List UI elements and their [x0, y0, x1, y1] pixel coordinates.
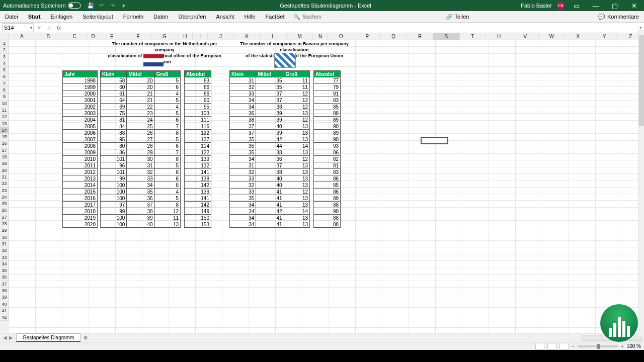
- search-box[interactable]: 🔍 Suchen: [293, 14, 321, 20]
- worksheet-grid[interactable]: ABCDEFGHIJKLMNOPQRSTUVWXYZ 1234567891011…: [0, 33, 644, 333]
- vertical-scrollbar[interactable]: [638, 30, 644, 336]
- column-header[interactable]: R: [407, 33, 433, 40]
- row-header[interactable]: 42: [0, 314, 9, 321]
- column-header[interactable]: J: [208, 33, 234, 40]
- row-header[interactable]: 37: [0, 281, 9, 288]
- user-avatar[interactable]: FB: [557, 2, 565, 10]
- tab-ansicht[interactable]: Ansicht: [211, 11, 239, 22]
- view-page-break-button[interactable]: [559, 343, 569, 350]
- row-header[interactable]: 12: [0, 114, 9, 120]
- column-header[interactable]: H: [178, 33, 193, 40]
- row-header[interactable]: 5: [0, 67, 9, 73]
- ribbon-mode-icon[interactable]: ▭: [570, 2, 584, 10]
- row-header[interactable]: 35: [0, 267, 9, 274]
- column-header[interactable]: T: [460, 33, 486, 40]
- row-header[interactable]: 18: [0, 154, 9, 160]
- column-header[interactable]: V: [512, 33, 538, 40]
- column-header[interactable]: P: [354, 33, 380, 40]
- row-header[interactable]: 6: [0, 73, 9, 80]
- select-all-corner[interactable]: [0, 33, 9, 40]
- undo-icon[interactable]: ↶: [98, 2, 105, 9]
- row-header[interactable]: 30: [0, 234, 9, 241]
- row-header[interactable]: 1: [0, 40, 9, 47]
- column-header[interactable]: X: [565, 33, 591, 40]
- column-header[interactable]: K: [234, 33, 260, 40]
- column-header[interactable]: O: [328, 33, 354, 40]
- tab-nav-next-icon[interactable]: ▶: [9, 335, 13, 340]
- column-header[interactable]: M: [287, 33, 313, 40]
- row-header[interactable]: 39: [0, 294, 9, 301]
- column-header[interactable]: U: [486, 33, 512, 40]
- tab-datei[interactable]: Datei: [0, 11, 23, 22]
- row-header[interactable]: 10: [0, 101, 9, 107]
- row-header[interactable]: 11: [0, 107, 9, 114]
- row-header[interactable]: 33: [0, 254, 9, 261]
- row-header[interactable]: 25: [0, 201, 9, 207]
- column-header[interactable]: Q: [381, 33, 407, 40]
- qat-customize-icon[interactable]: ▾: [120, 2, 127, 9]
- column-header[interactable]: D: [88, 33, 99, 40]
- share-button[interactable]: 🔗 Teilen: [441, 14, 474, 20]
- comments-button[interactable]: 💬 Kommentare: [593, 14, 644, 20]
- zoom-out-button[interactable]: −: [572, 343, 575, 349]
- row-header[interactable]: 34: [0, 261, 9, 267]
- new-sheet-button[interactable]: ⊕: [80, 335, 91, 340]
- maximize-button[interactable]: ▢: [608, 2, 622, 10]
- column-header[interactable]: I: [193, 33, 208, 40]
- enter-formula-icon[interactable]: ✓: [44, 25, 54, 31]
- tab-start[interactable]: Start: [23, 11, 46, 22]
- row-header[interactable]: 8: [0, 87, 9, 94]
- row-header[interactable]: 13: [0, 121, 9, 127]
- row-header[interactable]: 40: [0, 301, 9, 308]
- tab-formeln[interactable]: Formeln: [118, 11, 148, 22]
- row-header[interactable]: 3: [0, 54, 9, 60]
- tab-nav-prev-icon[interactable]: ◀: [3, 335, 7, 340]
- row-header[interactable]: 38: [0, 288, 9, 294]
- row-header[interactable]: 21: [0, 174, 9, 180]
- tab-factset[interactable]: FactSet: [261, 11, 290, 22]
- column-header[interactable]: N: [313, 33, 328, 40]
- column-header[interactable]: L: [261, 33, 287, 40]
- row-header[interactable]: 29: [0, 227, 9, 234]
- autosave-toggle[interactable]: Automatisches Speichern: [0, 3, 84, 9]
- row-header[interactable]: 23: [0, 188, 9, 194]
- name-box[interactable]: S14: [2, 23, 34, 32]
- save-icon[interactable]: 💾: [87, 2, 94, 9]
- fx-icon[interactable]: fx: [54, 25, 64, 31]
- column-header[interactable]: G: [151, 33, 178, 40]
- cells-area[interactable]: The number of companies in the Netherlan…: [9, 40, 644, 333]
- row-header[interactable]: 27: [0, 214, 9, 221]
- sheet-tab-active[interactable]: Gestapeltes Diagramm: [16, 333, 80, 342]
- tab-einfuegen[interactable]: Einfügen: [46, 11, 77, 22]
- formula-input[interactable]: [64, 23, 637, 32]
- column-header[interactable]: C: [61, 33, 88, 40]
- tab-ueberpruefen[interactable]: Überprüfen: [173, 11, 211, 22]
- row-header[interactable]: 36: [0, 274, 9, 281]
- row-header[interactable]: 9: [0, 94, 9, 100]
- row-headers[interactable]: 1234567891011121314151617181920212223242…: [0, 40, 9, 333]
- expand-formula-bar-icon[interactable]: ▾: [637, 25, 644, 30]
- zoom-level[interactable]: 100 %: [627, 343, 641, 349]
- row-header[interactable]: 16: [0, 140, 9, 147]
- row-header[interactable]: 4: [0, 60, 9, 67]
- minimize-button[interactable]: —: [589, 2, 603, 10]
- row-header[interactable]: 20: [0, 167, 9, 174]
- close-button[interactable]: ✕: [627, 2, 641, 10]
- view-page-layout-button[interactable]: [547, 343, 556, 350]
- column-header[interactable]: E: [99, 33, 125, 40]
- tab-seitenlayout[interactable]: Seitenlayout: [77, 11, 118, 22]
- column-header[interactable]: W: [539, 33, 565, 40]
- row-header[interactable]: 22: [0, 180, 9, 187]
- row-header[interactable]: 14: [0, 127, 9, 134]
- redo-icon[interactable]: ↷: [109, 2, 116, 9]
- view-normal-button[interactable]: [535, 343, 544, 350]
- row-header[interactable]: 2: [0, 47, 9, 53]
- column-header[interactable]: B: [35, 33, 61, 40]
- row-header[interactable]: 26: [0, 207, 9, 214]
- row-header[interactable]: 32: [0, 247, 9, 254]
- row-header[interactable]: 28: [0, 221, 9, 227]
- tab-hilfe[interactable]: Hilfe: [239, 11, 261, 22]
- column-headers[interactable]: ABCDEFGHIJKLMNOPQRSTUVWXYZ: [0, 33, 644, 40]
- cancel-formula-icon[interactable]: ✕: [34, 25, 44, 31]
- row-header[interactable]: 7: [0, 80, 9, 87]
